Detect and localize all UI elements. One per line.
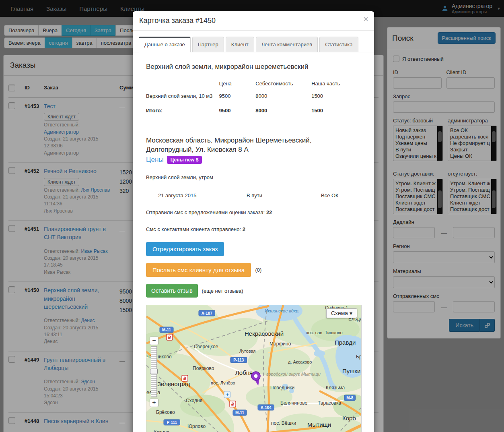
map-label: Поярково <box>193 366 214 371</box>
sms-contacts-count: 2 <box>243 226 245 232</box>
road-badge: М-11 <box>160 327 173 333</box>
svg-text:А-107: А-107 <box>202 311 213 316</box>
map-label: Некрасовский <box>245 330 284 337</box>
road-badge: М-11 <box>233 410 247 415</box>
sms-rating-line: Отправили смс с предложениями оценки зак… <box>146 209 361 215</box>
svg-text:М-8: М-8 <box>346 396 354 400</box>
map-label: Юрлово <box>187 424 206 429</box>
map-label: Поведники <box>270 385 294 391</box>
map-label: городской округ Мытищи <box>266 372 321 376</box>
price-table-header: Цена Себестоимость Наша часть <box>146 77 361 90</box>
map-label: Клязьма <box>326 385 345 391</box>
road-badge: Р-111 <box>164 420 180 425</box>
modal-title: Карточка заказа #1450 <box>139 17 216 25</box>
map-label: Брёхово <box>156 409 175 415</box>
order-card-modal: Карточка заказа #1450 × Данные о заказеП… <box>133 11 374 432</box>
price-table-total: Итого: 9500 8000 1500 <box>146 103 361 117</box>
svg-text:₽: ₽ <box>168 335 171 340</box>
map-label: Чашниково <box>146 354 172 360</box>
svg-text:Р-113: Р-113 <box>233 358 244 362</box>
tab-3[interactable]: Лента комментариев <box>256 37 318 52</box>
map-label: Лобня <box>235 369 253 376</box>
map-label: Коро <box>342 415 356 422</box>
svg-text:М-11: М-11 <box>162 328 171 332</box>
map-label: пос. Лунёво <box>211 380 235 385</box>
svg-text:М-11: М-11 <box>235 411 245 415</box>
prices-new-badge[interactable]: Цены new $ <box>167 156 202 164</box>
svg-text:₽: ₽ <box>183 376 186 381</box>
price-table: Цена Себестоимость Наша часть Верхний сл… <box>146 77 361 117</box>
map-label: Правди <box>335 339 356 346</box>
map-zoom-out-button[interactable]: − <box>150 337 158 345</box>
road-badge: А-107 <box>199 310 215 316</box>
send-review-sms-button[interactable]: Послать смс клиенту для отзыва <box>146 263 251 277</box>
map-label: пос. сан. Тишково <box>306 330 343 335</box>
order-date: 21 августа 2015 <box>158 192 247 198</box>
map-label: Пушки <box>342 368 360 374</box>
airport-icon: ✈ <box>224 391 230 398</box>
map-label: д. Аксаково <box>288 360 312 364</box>
road-badge: М-8 <box>344 395 356 401</box>
order-status-row: 21 августа 2015 В пути Все ОК <box>146 192 361 198</box>
road-badge: А-104 <box>258 405 274 410</box>
close-icon[interactable]: × <box>363 15 368 24</box>
toll-ruble-icon: ₽ <box>182 375 188 381</box>
order-note: Верхний слой земли, утром <box>146 174 361 180</box>
toll-ruble-icon: ₽ <box>167 334 173 340</box>
sms-contacts-line: Смс с контактами клиента отправлено: 2 <box>146 226 361 232</box>
edit-order-button[interactable]: Отредактировать заказ <box>146 242 224 256</box>
tab-1[interactable]: Партнер <box>192 37 224 52</box>
map-zoom-slider-thumb[interactable] <box>150 369 158 374</box>
order-admin-status: Все ОК <box>321 192 361 198</box>
tab-4[interactable]: Статистика <box>319 37 358 52</box>
map-label: Козино <box>154 430 169 432</box>
svg-text:Р-111: Р-111 <box>167 420 177 425</box>
order-delivery-status: В пути <box>247 192 321 198</box>
tab-0[interactable]: Данные о заказе <box>139 37 191 52</box>
map-label: Сходня <box>186 398 202 403</box>
modal-tabs: Данные о заказеПартнерКлиентЛента коммен… <box>133 31 374 52</box>
map-zoom-in-button[interactable]: + <box>150 399 158 407</box>
review-note: (еще нет отзыва) <box>202 288 243 294</box>
tab-2[interactable]: Клиент <box>226 37 254 52</box>
price-table-row: Верхний слой земли, 10 м3 9500 8000 1500 <box>146 90 361 102</box>
map-label: Марфино <box>269 341 291 347</box>
leave-review-button[interactable]: Оставить отзыв <box>146 284 198 298</box>
map-label: пос. Вёшки <box>271 420 296 426</box>
map-label: Озерецкое <box>194 344 218 349</box>
map-label: Луговая <box>239 349 256 353</box>
yandex-map[interactable]: Софрино-1Икшинское вдхр.ЕльдиНекрасовски… <box>146 305 362 432</box>
road-badge: Р-113 <box>230 357 247 363</box>
map-label: Мытищи <box>307 421 331 428</box>
prices-link[interactable]: Цены <box>146 156 164 164</box>
map-label: Икшинское вдхр. <box>265 308 300 313</box>
svg-text:А-104: А-104 <box>261 405 272 410</box>
svg-text:₽: ₽ <box>231 402 234 407</box>
sms-rating-count: 22 <box>266 209 272 215</box>
map-label: Тарасовка <box>318 400 341 406</box>
svg-text:✈: ✈ <box>225 392 229 397</box>
review-sms-count: (0) <box>255 267 261 273</box>
map-label: Бра <box>356 354 362 360</box>
order-product-title: Верхний слой земли, микрорайон шереметье… <box>146 63 361 71</box>
map-layer-button[interactable]: Схема ▾ <box>326 308 357 318</box>
order-address: Московская область, Микрорайон Шереметье… <box>146 136 339 155</box>
toll-ruble-icon: ₽ <box>230 401 236 407</box>
map-label: Беляниново <box>280 400 308 406</box>
